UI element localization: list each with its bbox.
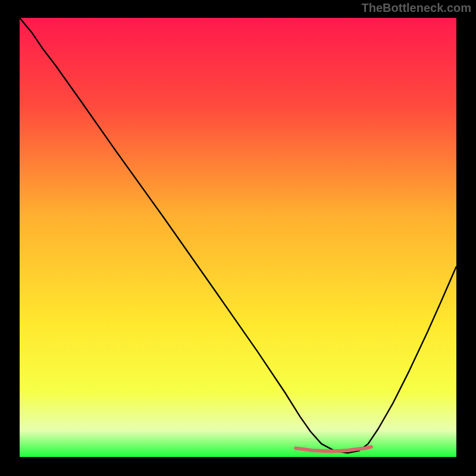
plot-svg (20, 18, 456, 457)
plot-area (20, 18, 456, 457)
watermark-text: TheBottleneck.com (362, 1, 471, 15)
chart-container: TheBottleneck.com (0, 0, 476, 476)
gradient-background (20, 18, 456, 457)
